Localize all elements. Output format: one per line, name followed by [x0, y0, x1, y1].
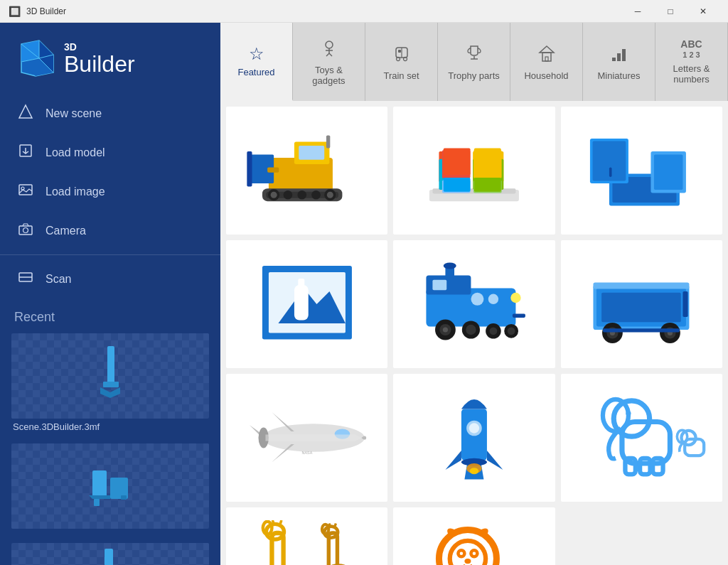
svg-marker-43	[540, 46, 554, 53]
nav-item-load-model[interactable]: Load model	[0, 133, 220, 172]
tab-letters[interactable]: ABC1 2 3 Letters &numbers	[655, 23, 728, 101]
sidebar-nav: New scene Load model Load image Camera	[0, 94, 220, 298]
svg-rect-45	[545, 57, 548, 61]
tab-household[interactable]: Household	[510, 23, 583, 101]
nav-item-camera[interactable]: Camera	[0, 211, 220, 250]
tab-featured[interactable]: ☆ Featured	[220, 23, 293, 101]
sidebar: 3D Builder New scene Load model	[0, 23, 220, 565]
gallery-item-shuttle[interactable]: NASA	[226, 374, 387, 502]
svg-line-34	[326, 53, 329, 56]
svg-point-134	[626, 411, 631, 416]
train-svg	[410, 253, 539, 355]
svg-line-156	[335, 524, 336, 527]
recent-item-2[interactable]	[11, 443, 209, 534]
recent-model-1	[89, 343, 132, 409]
svg-rect-15	[19, 226, 32, 235]
tab-miniatures[interactable]: Miniatures	[583, 23, 655, 101]
svg-rect-111	[602, 293, 682, 322]
recent-model-2	[85, 456, 135, 516]
nav-label-load-model: Load model	[46, 146, 105, 159]
tab-train-label: Train set	[383, 70, 419, 81]
tab-letters-label: Letters &numbers	[673, 63, 710, 85]
featured-icon: ☆	[249, 45, 264, 63]
recent-item-1[interactable]: Scene.3DBuilder.3mf	[11, 333, 209, 435]
svg-rect-137	[653, 458, 663, 475]
tab-train[interactable]: Train set	[365, 23, 438, 101]
tab-miniatures-label: Miniatures	[598, 70, 641, 81]
letters-icon: ABC1 2 3	[680, 39, 702, 59]
minimize-button[interactable]: ─	[621, 0, 654, 23]
logo-text-block: 3D Builder	[64, 41, 135, 75]
recent-item-3[interactable]	[11, 543, 209, 565]
svg-rect-48	[622, 49, 626, 61]
svg-point-97	[488, 294, 498, 304]
app-title: 3D Builder	[26, 6, 66, 16]
svg-point-130	[470, 468, 479, 474]
svg-rect-95	[432, 280, 446, 290]
svg-rect-118	[603, 328, 680, 332]
svg-rect-76	[474, 149, 501, 176]
nav-label-camera: Camera	[46, 225, 86, 237]
svg-point-63	[327, 192, 333, 198]
svg-point-163	[458, 550, 464, 556]
svg-point-104	[490, 327, 498, 335]
cart-svg	[577, 253, 706, 355]
svg-rect-27	[105, 549, 113, 565]
tab-trophy[interactable]: Trophy parts	[438, 23, 510, 101]
svg-line-146	[280, 520, 282, 524]
svg-marker-10	[19, 105, 32, 118]
svg-rect-25	[94, 499, 100, 506]
recent-label-2	[11, 529, 209, 534]
svg-point-94	[444, 263, 456, 269]
logo-icon	[14, 37, 57, 80]
svg-line-35	[329, 53, 332, 56]
gallery-item-lion[interactable]	[393, 507, 555, 565]
tab-trophy-label: Trophy parts	[448, 70, 500, 81]
gallery-item-cart[interactable]	[561, 240, 722, 368]
svg-marker-24	[89, 495, 110, 499]
svg-rect-83	[609, 168, 612, 178]
rocket-svg	[410, 387, 539, 489]
recent-thumb-3	[11, 543, 209, 565]
nav-divider	[0, 254, 220, 255]
gallery-item-bulldozer[interactable]	[226, 107, 387, 235]
gallery-item-rocket[interactable]	[393, 374, 555, 502]
scan-icon	[17, 269, 34, 289]
gallery-item-giraffe[interactable]	[226, 507, 387, 565]
gallery-item-windows[interactable]	[393, 107, 555, 235]
nav-item-scan[interactable]: Scan	[0, 259, 220, 298]
svg-rect-108	[513, 314, 525, 318]
gallery-item-elephant[interactable]	[561, 374, 722, 502]
svg-point-164	[471, 550, 477, 556]
svg-rect-40	[398, 50, 401, 53]
svg-rect-85	[654, 155, 683, 190]
windows-svg	[410, 119, 539, 222]
svg-rect-19	[107, 346, 114, 385]
recent-thumb-1	[11, 333, 209, 419]
camera-icon	[17, 221, 34, 240]
app-body: 3D Builder New scene Load model	[0, 23, 728, 565]
nav-item-new-scene[interactable]: New scene	[0, 94, 220, 133]
nav-item-load-image[interactable]: Load image	[0, 172, 220, 211]
svg-marker-21	[100, 387, 120, 398]
title-bar-left: 🔲 3D Builder	[9, 6, 66, 17]
tab-toys[interactable]: Toys &gadgets	[293, 23, 365, 101]
svg-point-127	[469, 423, 479, 433]
logo-builder: Builder	[64, 51, 135, 77]
gallery-item-frame[interactable]	[226, 240, 387, 368]
frame-svg	[242, 253, 372, 355]
maximize-button[interactable]: □	[654, 0, 687, 23]
gallery-item-case[interactable]	[561, 107, 722, 235]
svg-rect-89	[294, 285, 309, 321]
gallery: NASA	[220, 101, 728, 565]
close-button[interactable]: ✕	[687, 0, 719, 23]
svg-rect-26	[121, 495, 127, 500]
svg-point-60	[297, 190, 306, 200]
train-icon	[392, 43, 412, 66]
giraffe-svg	[242, 520, 372, 565]
svg-point-58	[270, 192, 277, 198]
gallery-item-train[interactable]	[393, 240, 555, 368]
svg-line-145	[272, 520, 274, 524]
svg-rect-22	[92, 470, 107, 499]
svg-rect-51	[299, 146, 324, 160]
